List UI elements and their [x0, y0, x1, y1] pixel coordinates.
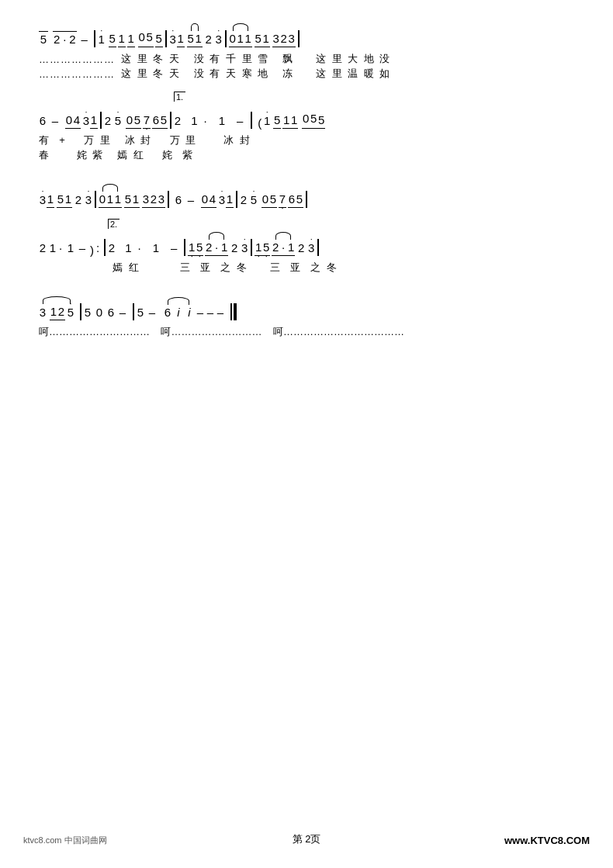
- lyric-r2-2: 春 姹 紫 嫣 红 姹 紫: [39, 148, 194, 162]
- note-dash3: –: [236, 113, 244, 129]
- r5-n6: 0: [95, 305, 103, 320]
- r4-n7: 1: [152, 240, 160, 256]
- music-notation-row4: 2 1 · 1 – ) : 2. 2 1 ·: [39, 230, 574, 256]
- r5-n11: 6: [164, 305, 171, 320]
- note-5g: 5: [133, 112, 141, 129]
- section-number-1: 1.: [174, 92, 185, 102]
- r3-n6: 3·: [85, 192, 92, 208]
- r5-n4: 5·: [67, 305, 74, 320]
- note-dot1: ·: [61, 31, 68, 47]
- r3-n1: 3·: [39, 192, 47, 208]
- r3-n24: 5: [269, 192, 277, 208]
- r5-n8: –: [119, 305, 126, 320]
- r4-dot1: ·: [57, 240, 64, 256]
- lyrics-dots2: …………………: [39, 68, 115, 80]
- r3-bar1: [95, 191, 96, 208]
- page-number: 第 2页: [293, 832, 321, 846]
- lyrics-row5-line1: 呵………………………… 呵……………………… 呵………………………………: [39, 325, 574, 339]
- note-5f: 5: [255, 31, 262, 47]
- note-7: 7·: [143, 112, 151, 129]
- note-2c: 2: [205, 32, 213, 47]
- r3-n5: 2: [74, 192, 82, 208]
- note-dash2: –: [51, 113, 59, 129]
- r4-n5: 2: [108, 240, 116, 256]
- r3-n7: 0: [99, 192, 106, 208]
- r4-bar2: [184, 239, 185, 256]
- note-1i: 1: [90, 112, 98, 129]
- note-1h: 1: [262, 31, 270, 47]
- r4-n18: 1: [287, 240, 295, 256]
- note-2: 2: [53, 31, 61, 47]
- r4-dot4: ·: [279, 240, 287, 256]
- note-1k: 1: [218, 113, 226, 129]
- r4-n20: 3·: [307, 240, 315, 256]
- arc-r5-6ii: 6 i i: [164, 297, 193, 320]
- note-0c: 0: [65, 112, 73, 129]
- r3-n8: 1: [106, 192, 114, 208]
- note-0: 0: [138, 29, 146, 47]
- page: 5 2 · 2 – 1· 5 1 1 0 5: [0, 0, 613, 868]
- arc-51: 5 1: [187, 23, 203, 47]
- footer-left: ktvc8.com 中国词曲网: [23, 835, 107, 846]
- r4-n17: 2: [272, 240, 279, 256]
- lyrics-row2-line2: 春 姹 紫 嫣 红 姹 紫: [39, 148, 574, 162]
- note-5c: 5: [146, 29, 154, 47]
- note-3g: 3: [288, 31, 296, 47]
- r5-n5: 5: [84, 305, 92, 320]
- r4-n15: 1·: [255, 240, 262, 256]
- r4-n13: 2: [230, 240, 238, 256]
- lyric-text1: 这 里 冬 天 没 有 千 里 雪 飘 这 里 大 地 没: [121, 52, 391, 66]
- arc-r4-21: 2 · 1: [205, 232, 228, 256]
- r4-n3: 1: [67, 240, 74, 256]
- arc-r4-21b: 2 · 1: [272, 232, 295, 256]
- r4-n9: 1·: [188, 240, 196, 256]
- bar-line: [94, 30, 95, 47]
- r3-n15: 6: [175, 192, 182, 208]
- note-0e: 0: [302, 111, 310, 129]
- note-2b: 2: [68, 31, 76, 47]
- note-5h: 5: [160, 112, 168, 129]
- r3-bar3: [236, 191, 237, 208]
- note-6b: 6: [152, 112, 160, 129]
- r3-n27: 5: [296, 192, 303, 208]
- note-5k: 5: [317, 112, 325, 129]
- note-dot2: ·: [202, 113, 210, 129]
- r4-bar4: [317, 239, 319, 256]
- r3-n19: 3·: [218, 192, 226, 208]
- r5-n12: i: [175, 305, 182, 320]
- note-1f: 1: [237, 31, 244, 47]
- section-bracket-1: 1. 2 1 · 1 –: [174, 102, 244, 129]
- staff-row-2: 6 – 0 4 3· 1 2 5· 0 5 7· 6 5: [39, 102, 574, 162]
- note-3h: 3·: [82, 113, 90, 129]
- r5-n16: –: [216, 305, 224, 320]
- lyrics-row2-line1: 有 + 万 里 冰 封 万 里 冰 封: [39, 133, 574, 147]
- r3-n16: –: [187, 192, 195, 208]
- r3-n13: 2: [150, 192, 158, 208]
- footer-right: www.KTVC8.COM: [504, 835, 590, 846]
- staff-row-3: 3· 1 5 1 2 3· 0 1 1 5 1 3: [39, 184, 574, 208]
- r5-n13: i: [185, 305, 193, 320]
- music-notation-row3: 3· 1 5 1 2 3· 0 1 1 5 1 3: [39, 184, 574, 208]
- bar-line3: [225, 30, 227, 47]
- lyric-r2-1: 有 + 万 里 冰 封 万 里 冰 封: [39, 133, 251, 147]
- r3-n14: 3: [158, 192, 165, 208]
- r4-n11: 2: [205, 240, 213, 256]
- r3-n25: 7·: [279, 192, 286, 208]
- note-5e: 5: [187, 31, 195, 47]
- paren-open: (: [258, 117, 261, 129]
- r4-colon: :: [94, 240, 102, 256]
- note-5d: 5: [155, 31, 163, 47]
- r5-n3: 2: [57, 304, 65, 320]
- r3-n21: 2: [240, 192, 248, 208]
- r3-n22: 5·: [250, 192, 258, 208]
- r4-n4: –: [78, 240, 86, 256]
- r3-bar4: [306, 191, 307, 208]
- r5-n15: –: [206, 305, 214, 320]
- note-dash1: –: [81, 32, 88, 47]
- r3-n2: 1: [47, 192, 54, 208]
- bar-line4: [298, 30, 300, 47]
- r3-n12: 3: [142, 192, 150, 208]
- r4-n2: 1: [49, 240, 57, 256]
- section-bracket-2: 2. 2 1 · 1 –: [108, 230, 178, 256]
- lyric-r5-1: 呵………………………… 呵……………………… 呵………………………………: [39, 325, 404, 339]
